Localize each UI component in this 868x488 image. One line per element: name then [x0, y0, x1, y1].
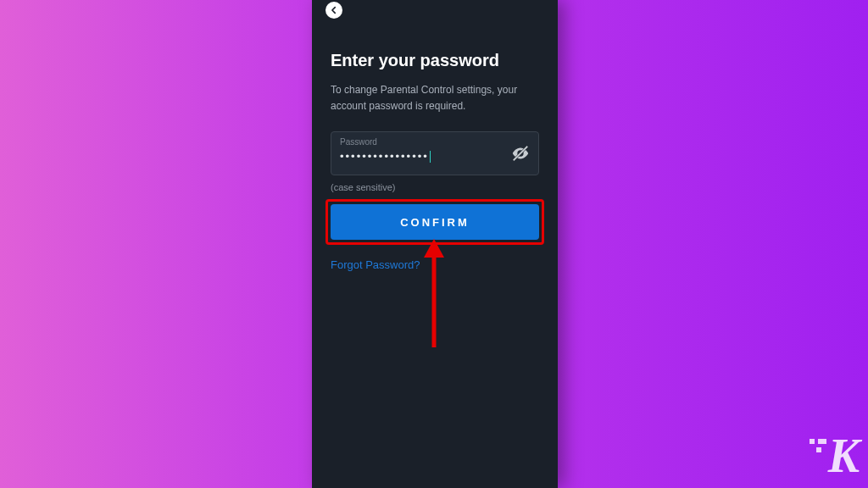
password-label: Password — [340, 137, 530, 147]
password-masked-value: •••••••••••••••• — [340, 150, 530, 163]
toggle-password-visibility[interactable] — [511, 144, 530, 163]
eye-off-icon — [511, 144, 530, 163]
text-caret — [430, 151, 431, 163]
phone-screen: Enter your password To change Parental C… — [312, 0, 558, 488]
chevron-left-icon — [330, 6, 338, 14]
forgot-password-link[interactable]: Forgot Password? — [331, 258, 420, 271]
confirm-button-wrapper: CONFIRM — [331, 204, 539, 240]
password-input[interactable]: Password •••••••••••••••• — [331, 131, 539, 175]
watermark-logo: K — [828, 429, 858, 483]
password-hint: (case sensitive) — [331, 182, 539, 192]
page-title: Enter your password — [331, 51, 539, 70]
confirm-button[interactable]: CONFIRM — [331, 204, 539, 240]
back-button[interactable] — [326, 2, 342, 19]
page-subtitle: To change Parental Control settings, you… — [331, 82, 539, 114]
